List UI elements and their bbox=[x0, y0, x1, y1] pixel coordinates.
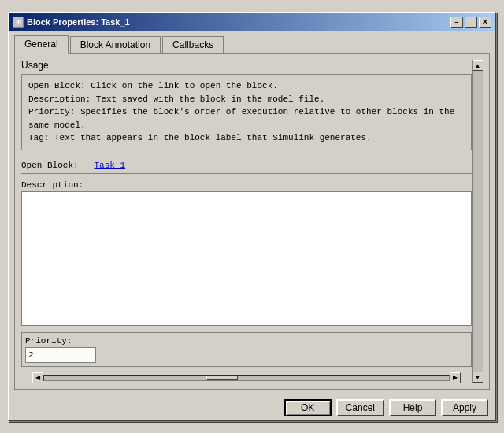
close-button[interactable]: ✕ bbox=[479, 17, 491, 28]
priority-input[interactable] bbox=[25, 347, 96, 363]
help-button[interactable]: Help bbox=[389, 399, 436, 416]
open-block-link[interactable]: Task 1 bbox=[94, 161, 125, 170]
ok-button[interactable]: OK bbox=[284, 399, 332, 416]
scroll-left-arrow[interactable]: ◀ bbox=[32, 372, 43, 383]
window-title: Block Properties: Task_1 bbox=[27, 17, 130, 27]
tab-block-annotation[interactable]: Block Annotation bbox=[70, 36, 161, 53]
cancel-button[interactable]: Cancel bbox=[336, 399, 384, 416]
open-block-label: Open Block: bbox=[21, 161, 79, 170]
horizontal-scrollbar: ◀ ▶ bbox=[21, 372, 472, 383]
usage-line-4: same model. bbox=[28, 119, 465, 132]
minimize-button[interactable]: – bbox=[450, 17, 463, 28]
scroll-up-arrow[interactable]: ▲ bbox=[472, 60, 484, 71]
tab-callbacks[interactable]: Callbacks bbox=[162, 36, 224, 53]
tab-general[interactable]: General bbox=[14, 35, 69, 54]
window-icon: ⊞ bbox=[13, 17, 24, 28]
content-area: General Block Annotation Callbacks Usage… bbox=[9, 31, 495, 394]
priority-label: Priority: bbox=[25, 336, 468, 346]
scrollbar-track[interactable] bbox=[43, 375, 450, 381]
bottom-button-bar: OK Cancel Help Apply bbox=[9, 394, 495, 420]
open-block-row: Open Block: Task 1 bbox=[21, 157, 472, 174]
scroll-right-arrow[interactable]: ▶ bbox=[450, 372, 461, 383]
priority-section: Priority: bbox=[21, 332, 472, 367]
description-textarea[interactable] bbox=[21, 191, 472, 327]
tab-panel-general: Usage Open Block: Click on the link to o… bbox=[14, 53, 490, 390]
scroll-down-arrow[interactable]: ▼ bbox=[472, 372, 484, 383]
usage-line-2: Description: Text saved with the block i… bbox=[28, 93, 465, 106]
usage-line-1: Open Block: Click on the link to open th… bbox=[28, 80, 465, 93]
title-bar: ⊞ Block Properties: Task_1 – □ ✕ bbox=[9, 13, 495, 31]
v-scrollbar-track[interactable] bbox=[473, 71, 483, 372]
usage-line-5: Tag: Text that appears in the block labe… bbox=[28, 131, 465, 145]
vertical-scrollbar: ▲ ▼ bbox=[472, 60, 483, 383]
usage-label: Usage bbox=[21, 60, 472, 71]
tab-bar: General Block Annotation Callbacks bbox=[14, 35, 490, 53]
usage-box: Open Block: Click on the link to open th… bbox=[21, 74, 472, 150]
description-label: Description: bbox=[21, 180, 472, 190]
scrollbar-thumb[interactable] bbox=[206, 376, 238, 380]
description-section: Description: bbox=[21, 180, 472, 327]
apply-button[interactable]: Apply bbox=[441, 399, 488, 416]
maximize-button[interactable]: □ bbox=[465, 17, 477, 28]
main-window: ⊞ Block Properties: Task_1 – □ ✕ General… bbox=[8, 12, 496, 421]
usage-line-3: Priority: Specifies the block's order of… bbox=[28, 105, 465, 119]
